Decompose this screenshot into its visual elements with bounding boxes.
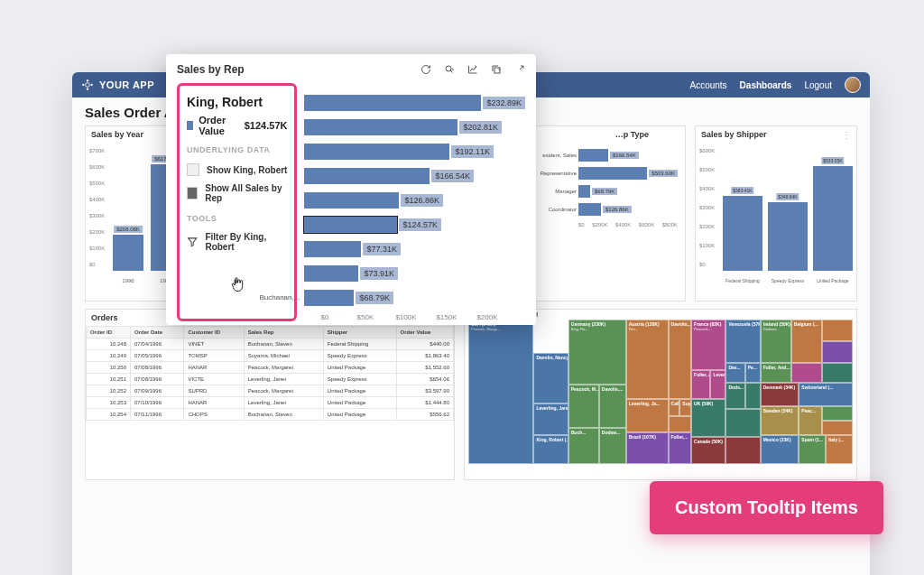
treemap-cell[interactable] [822, 421, 853, 435]
nav-accounts[interactable]: Accounts [689, 80, 726, 90]
treemap-cell[interactable] [791, 363, 822, 383]
reptype-row[interactable]: Manager$68.79K [578, 182, 678, 200]
reptype-row[interactable]: Representative$503.60K [578, 164, 678, 182]
treemap-cell[interactable] [822, 406, 853, 421]
table-row[interactable]: 10,25307/10/1996HANARLeverling, JanetUni… [87, 397, 454, 409]
treemap-cell[interactable]: Buch... [568, 428, 599, 464]
treemap-cell[interactable]: Venezuela (57K) [725, 320, 760, 363]
panel-title: Sales by Shipper [696, 126, 856, 143]
table-row[interactable]: 10,24907/05/1996TOMSPSuyama, MichaelSpee… [87, 350, 454, 362]
swatch-dark [187, 187, 198, 199]
table-row[interactable]: 10,25007/08/1996HANARPeacock, MargaretUn… [87, 362, 454, 374]
treemap-cell[interactable]: Germany (230K)King, Ro... [568, 320, 626, 385]
treemap-cell[interactable] [725, 409, 760, 436]
treemap-cell[interactable]: Switzerland (... [799, 383, 853, 406]
treemap-cell[interactable]: Austria (128K)Pea... [626, 320, 669, 399]
expand-icon[interactable] [514, 64, 525, 75]
reptype-chart[interactable]: esident, Sales$166.54KRepresentative$503… [524, 143, 685, 231]
rep-bar-row[interactable]: $126.86K [304, 188, 525, 212]
zoom-icon[interactable] [444, 64, 455, 75]
rep-bar-row[interactable]: $202.81K [304, 115, 525, 139]
show-all-item[interactable]: Show All Sales by Rep [187, 180, 287, 207]
treemap-cell[interactable]: Fuller, An... [691, 370, 710, 399]
treemap-chart[interactable]: USA (246K)Peacock, Marga...Davolio, Nanc… [468, 320, 853, 464]
treemap-cell[interactable] [822, 363, 853, 383]
nav-logout[interactable]: Logout [804, 80, 832, 90]
treemap-cell[interactable]: Mexico (23K) [761, 435, 799, 464]
rep-chart[interactable]: $232.89K$202.81K$192.11K$166.54K$126.86K… [304, 83, 525, 321]
filter-by-item[interactable]: Filter By King, Robert [187, 228, 287, 255]
shipper-chart[interactable]: $600K$500K$400K$300K$200K$100K$0 $383.41… [696, 143, 856, 287]
column-header[interactable]: Shipper [323, 327, 396, 339]
treemap-cell[interactable]: UK (59K) [691, 399, 725, 437]
reptype-row[interactable]: esident, Sales$166.54K [578, 146, 678, 164]
treemap-cell[interactable]: Sweden (54K) [761, 406, 799, 435]
shipper-bar[interactable]: $533.55K [813, 166, 853, 271]
table-row[interactable]: 10,24807/04/1996VINETBuchanan, StevenFed… [87, 339, 454, 350]
menu-dots-icon[interactable]: ⋮ [842, 130, 851, 140]
copy-icon[interactable] [491, 64, 502, 75]
treemap-cell[interactable]: Italy (... [826, 435, 853, 464]
shipper-bar[interactable]: $383.41K [723, 196, 762, 271]
column-header[interactable]: Order ID [87, 327, 131, 339]
treemap-cell[interactable]: Leverling, Janet... [533, 403, 568, 435]
rep-bar-row[interactable]: $73.91K [304, 261, 525, 285]
treemap-cell[interactable]: Fuller,... [669, 432, 692, 464]
treemap-cell[interactable]: Davolio,... [599, 385, 626, 428]
orders-table[interactable]: Order IDOrder DateCustomer IDSales RepSh… [86, 326, 454, 421]
show-all-label: Show All Sales by Rep [205, 183, 287, 203]
column-header[interactable]: Order Date [131, 327, 184, 339]
treemap-cell[interactable] [745, 383, 761, 409]
refresh-icon[interactable] [420, 64, 431, 75]
treemap-cell[interactable] [822, 341, 853, 363]
tooltip-body: King, Robert Order Value $124.57K UNDERL… [177, 83, 525, 321]
shipper-bar[interactable]: $348.84K [768, 202, 808, 271]
table-row[interactable]: 10,25107/08/1996VICTELeverling, JanetSpe… [87, 374, 454, 385]
treemap-cell[interactable]: Pe... [745, 363, 761, 383]
treemap-cell[interactable] [725, 437, 760, 464]
treemap-cell[interactable]: Peacock, M... [568, 385, 599, 428]
rep-bar-row[interactable]: $166.54K [304, 163, 525, 188]
treemap-cell[interactable]: Davolio,... [669, 320, 692, 399]
rep-bar-row[interactable]: $77.31K [304, 236, 525, 261]
treemap-cell[interactable]: Leverling, Ja... [626, 399, 669, 432]
treemap-cell[interactable]: Dav... [725, 363, 744, 383]
treemap-cell[interactable]: USA (246K)Peacock, Marga... [468, 320, 533, 464]
column-header[interactable]: Customer ID [184, 327, 244, 339]
rep-bar-row[interactable]: $232.89K [304, 90, 525, 115]
treemap-cell[interactable]: Belgium (... [791, 320, 822, 363]
tooltip-header: Sales by Rep [177, 63, 525, 76]
table-row[interactable]: 10,25207/09/1996SUPRDPeacock, MargaretUn… [87, 385, 454, 397]
treemap-cell[interactable]: King, Robert (... [533, 435, 568, 464]
treemap-cell[interactable]: Ireland (50K)Dodswo... [761, 320, 791, 363]
treemap-cell[interactable]: Suy... [679, 399, 691, 416]
treemap-cell[interactable]: Peac... [799, 406, 822, 435]
show-rep-item[interactable]: Show King, Robert [187, 160, 287, 180]
treemap-cell[interactable]: France (82K)Peacock,... [691, 320, 725, 370]
treemap-cell[interactable]: Fuller, And... [761, 363, 791, 383]
treemap-cell[interactable]: Leverl... [710, 370, 725, 399]
treemap-cell[interactable]: Dodsw... [599, 428, 626, 464]
show-rep-label: Show King, Robert [207, 165, 287, 175]
table-row[interactable]: 10,25407/11/1996CHOPSBuchanan, StevenUni… [87, 409, 454, 421]
tools-label: TOOLS [187, 214, 287, 223]
treemap-cell[interactable]: Call... [669, 399, 680, 416]
rep-bar-row[interactable]: $192.11K [304, 139, 525, 163]
treemap-cell[interactable]: Spain (1... [799, 435, 826, 464]
nav-dashboards[interactable]: Dashboards [740, 80, 792, 90]
treemap-cell[interactable] [822, 320, 853, 341]
treemap-cell[interactable]: Canada (50K) [691, 437, 725, 464]
treemap-cell[interactable]: Denmark (34K) [761, 383, 799, 406]
column-header[interactable]: Sales Rep [244, 327, 323, 339]
treemap-cell[interactable]: Dods... [725, 383, 744, 409]
avatar[interactable] [845, 77, 861, 93]
rep-bar-row[interactable]: Buchanan,...$68.79K [304, 285, 525, 310]
rep-bar-row[interactable]: $124.57K [304, 212, 525, 236]
reptype-row[interactable]: Coordinator$126.86K [578, 200, 678, 218]
treemap-cell[interactable]: Brazil (107K) [626, 432, 669, 464]
chart-type-icon[interactable] [467, 64, 478, 75]
treemap-cell[interactable]: Davolio, Nancy,... [533, 353, 568, 403]
column-header[interactable]: Order Value [396, 327, 453, 339]
year-bar[interactable]: $208.08K [113, 235, 143, 271]
treemap-cell[interactable] [669, 416, 692, 432]
